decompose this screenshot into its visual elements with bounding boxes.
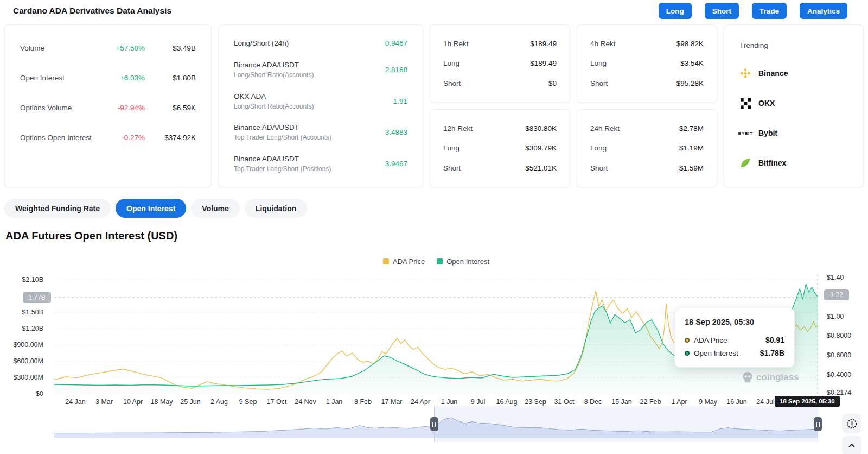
x-axis-tick-label: 9 Sep [239, 398, 257, 406]
x-axis-tick-label: 31 Oct [554, 398, 575, 406]
trending-item-bybit[interactable]: BYB!T Bybit [739, 127, 848, 139]
rekt-long-value: $189.49 [530, 59, 557, 67]
trending-item-okx[interactable]: OKX [739, 97, 848, 109]
rekt-long-value: $309.79K [525, 144, 557, 152]
bitfinex-logo-icon [739, 157, 751, 169]
x-axis-tick-label: 1 Apr [671, 398, 687, 406]
ratio-label: Long/Short (24h) [234, 39, 289, 47]
tooltip-row-open-interest: Open Interest $1.78B [685, 346, 784, 360]
trending-name: OKX [758, 99, 775, 108]
trending-item-binance[interactable]: Binance [739, 67, 848, 79]
coinglass-logo-icon [742, 371, 753, 383]
x-axis-tick-label: 17 Mar [381, 398, 403, 406]
navigator-right-handle-icon[interactable] [814, 417, 822, 431]
x-axis-tick-label: 18 May [151, 398, 173, 406]
alert-button[interactable] [842, 414, 861, 433]
stat-row-options-open-interest: Options Open Interest -0.27% $374.92K [20, 133, 196, 142]
x-axis-tick-label: 1 Jun [441, 398, 458, 406]
collapse-button[interactable] [842, 436, 861, 454]
stat-value: $1.80B [145, 74, 196, 82]
rekt-short-value: $0 [548, 79, 557, 87]
rekt-total: $98.82K [676, 40, 704, 48]
navigator-selection[interactable] [434, 406, 818, 442]
ratio-label: Binance ADA/USDT [234, 61, 314, 69]
alert-badge-icon [846, 418, 858, 430]
short-button[interactable]: Short [705, 3, 739, 19]
y-axis-tick-right: $0.6000 [827, 351, 851, 360]
okx-logo-icon [739, 97, 751, 109]
ratio-sublabel: Long/Short Ratio(Accounts) [234, 71, 314, 79]
x-axis-tick-label: 24 Apr [411, 398, 430, 406]
ratio-row: Binance ADA/USDT Top Trader Long/Short (… [234, 123, 407, 141]
rekt-title: 24h Rekt [590, 124, 620, 133]
ratio-value: 3.4883 [385, 128, 407, 136]
rekt-short-label: Short [590, 79, 608, 87]
ratio-label: Binance ADA/USDT [234, 123, 331, 131]
chart-title: ADA Futures Open Interest (USD) [5, 230, 177, 242]
tooltip-date: 18 Sep 2025, 05:30 [685, 318, 784, 326]
x-axis-tick-label: 9 Jul [471, 398, 485, 406]
ratio-row: Binance ADA/USDT Top Trader Long/Short (… [234, 155, 407, 173]
chart-tooltip: 18 Sep 2025, 05:30 ADA Price $0.91 Open … [674, 308, 795, 368]
analytics-button[interactable]: Analytics [800, 3, 847, 19]
stat-label: Open Interest [20, 74, 95, 82]
rekt-title: 4h Rekt [590, 40, 616, 48]
stat-change: +6.03% [95, 74, 145, 82]
trending-card: Trending Binance [724, 24, 864, 187]
x-axis-tick-label: 8 Dec [584, 398, 602, 406]
rekt-short-label: Short [590, 164, 608, 172]
x-axis-tick-label: 24 Jan [65, 398, 86, 406]
stat-value: $6.59K [145, 104, 196, 112]
legend-item-open-interest[interactable]: Open Interest [437, 257, 489, 266]
current-price-badge: 1.22 [824, 289, 849, 300]
rekt-long-label: Long [443, 59, 459, 67]
current-oi-badge: 1.77B [23, 292, 51, 303]
rekt-card-4h: 4h Rekt$98.82K Long$3.54K Short$95.28K [577, 24, 717, 103]
y-axis-tick-left: $600.00M [0, 357, 43, 365]
tab-weighted-funding-rate[interactable]: Weighted Funding Rate [4, 199, 111, 218]
ratio-label: Binance ADA/USDT [234, 155, 331, 163]
y-axis-tick-left: $0 [0, 389, 43, 398]
tooltip-value: $1.78B [760, 349, 784, 357]
chart-navigator[interactable] [54, 408, 818, 440]
chart-tabs: Weighted Funding Rate Open Interest Volu… [4, 199, 307, 218]
ratio-value: 3.9467 [385, 160, 407, 168]
rekt-card-24h: 24h Rekt$2.78M Long$1.19M Short$1.59M [577, 109, 717, 187]
y-axis-tick-left: $1.50B [0, 308, 43, 317]
page-title: Cardano ADA Derivatives Data Analysis [13, 6, 171, 16]
ratio-sublabel: Top Trader Long/Short (Accounts) [234, 134, 331, 141]
tab-volume[interactable]: Volume [191, 199, 240, 218]
ratio-value: 2.8168 [385, 66, 407, 74]
long-button[interactable]: Long [659, 3, 692, 19]
ratio-value: 1.91 [393, 97, 407, 105]
summary-cards-row: Volume +57.50% $3.49B Open Interest +6.0… [4, 24, 864, 187]
stat-label: Options Volume [20, 104, 95, 112]
ada-price-swatch-icon [383, 258, 389, 264]
navigator-left-handle-icon[interactable] [430, 417, 438, 431]
y-axis-tick-left: $300.00M [0, 373, 43, 382]
tooltip-label: Open Interest [694, 349, 738, 357]
x-axis-tick-label: 15 Jan [611, 398, 632, 406]
ratio-row: Long/Short (24h) 0.9467 [234, 39, 407, 47]
binance-logo-icon [739, 67, 751, 79]
rekt-short-label: Short [443, 79, 461, 87]
y-axis-tick-right: $1.40 [827, 273, 844, 282]
stat-label: Options Open Interest [20, 134, 95, 142]
x-axis-tick-label: 24 Nov [295, 398, 316, 406]
ratio-value: 0.9467 [385, 39, 407, 47]
rekt-card-12h: 12h Rekt$830.80K Long$309.79K Short$521.… [430, 109, 570, 187]
y-axis-tick-right: $0.4000 [827, 370, 851, 379]
tooltip-value: $0.91 [765, 336, 784, 344]
trending-item-bitfinex[interactable]: Bitfinex [739, 157, 848, 169]
legend-label: ADA Price [393, 257, 425, 266]
ratio-row: OKX ADA Long/Short Ratio(Accounts) 1.91 [234, 92, 407, 110]
trade-button[interactable]: Trade [752, 3, 787, 19]
tab-liquidation[interactable]: Liquidation [245, 199, 307, 218]
tab-open-interest[interactable]: Open Interest [116, 199, 186, 218]
y-axis-tick-left: $1.20B [0, 324, 43, 333]
rekt-long-label: Long [590, 144, 607, 152]
rekt-long-value: $3.54K [680, 59, 704, 67]
crosshair-date-badge: 18 Sep 2025, 05:30 [775, 396, 840, 407]
coinglass-watermark: coinglass [742, 371, 799, 383]
legend-item-ada-price[interactable]: ADA Price [383, 257, 425, 266]
